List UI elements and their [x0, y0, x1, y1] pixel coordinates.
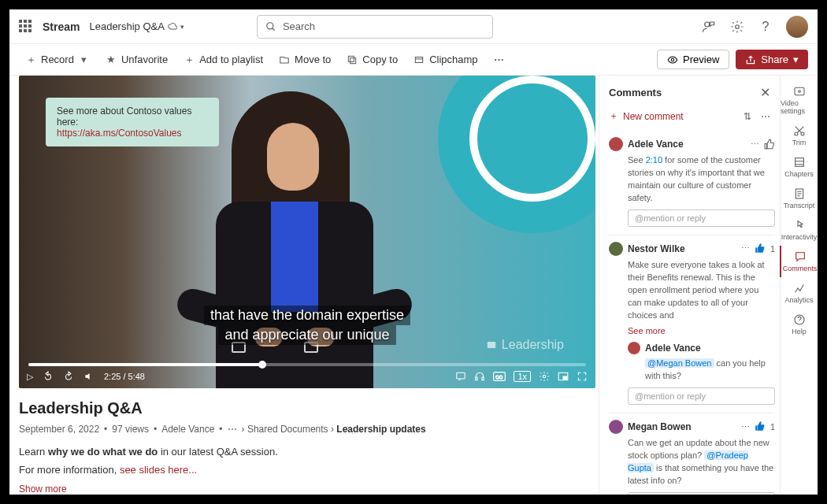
comments-toggle-icon[interactable] — [455, 371, 466, 382]
video-description: Learn why we do what we do in our latest… — [19, 446, 599, 458]
cc-icon[interactable]: CC — [493, 372, 506, 381]
help-icon[interactable]: ? — [758, 19, 773, 35]
preview-button[interactable]: Preview — [657, 50, 729, 69]
svg-rect-16 — [563, 376, 567, 380]
move-to-button[interactable]: Move to — [273, 50, 337, 69]
comment-body: Can we get an update about the new stock… — [628, 437, 775, 487]
like-count: 1 — [770, 422, 775, 432]
share-icon — [745, 54, 756, 65]
skip-back-icon[interactable] — [43, 371, 54, 382]
svg-rect-5 — [349, 56, 354, 61]
like-icon[interactable] — [755, 243, 766, 255]
headphones-icon[interactable] — [474, 371, 485, 382]
crumb-current[interactable]: Leadership updates — [336, 424, 425, 435]
closed-caption: that have the domain expertise and appre… — [204, 306, 410, 345]
user-avatar[interactable] — [786, 16, 808, 38]
search-input[interactable]: Search — [257, 15, 493, 39]
more-button[interactable]: ⋯ — [488, 50, 510, 69]
svg-point-2 — [705, 22, 710, 27]
volume-icon[interactable] — [83, 371, 95, 382]
more-icon[interactable]: ⋯ — [751, 139, 759, 150]
more-meta-icon[interactable]: ⋯ — [228, 424, 237, 435]
copy-icon — [347, 54, 358, 65]
share-button[interactable]: Share▾ — [736, 50, 808, 69]
video-controls: ▷ 2:25 / 5:48 CC 1x — [27, 368, 588, 385]
add-to-playlist-button[interactable]: ＋Add to playlist — [177, 50, 269, 69]
svg-point-14 — [543, 375, 546, 378]
cloud-sync-icon — [168, 22, 177, 32]
gear-icon[interactable] — [539, 371, 550, 382]
close-icon[interactable]: ✕ — [760, 85, 770, 100]
sort-icon[interactable]: ⇅ — [744, 111, 751, 122]
svg-point-7 — [671, 58, 674, 61]
video-player[interactable]: See more about Contoso values here: http… — [19, 76, 595, 388]
new-comment-button[interactable]: ＋New comment — [609, 109, 684, 123]
app-launcher-icon[interactable] — [19, 20, 33, 34]
more-icon[interactable]: ⋯ — [741, 243, 750, 254]
play-icon[interactable]: ▷ — [27, 372, 33, 382]
mention[interactable]: @Megan Bowen — [645, 358, 714, 368]
clipchamp-button[interactable]: Clipchamp — [407, 50, 484, 69]
view-count: 97 views — [112, 424, 149, 435]
svg-point-0 — [267, 22, 273, 28]
rail-video-settings[interactable]: Video settings — [781, 80, 818, 120]
comment-author: Megan Bowen — [628, 421, 692, 432]
reply-input[interactable]: @mention or reply — [628, 387, 775, 405]
rail-comments[interactable]: Comments — [780, 246, 817, 277]
unfavorite-button[interactable]: ★Unfavorite — [99, 50, 174, 69]
scrubber[interactable] — [28, 363, 586, 366]
callout-link[interactable]: https://aka.ms/ContosoValues — [57, 128, 182, 139]
rail-trim[interactable]: Trim — [781, 120, 818, 151]
person-feedback-icon[interactable] — [701, 19, 717, 35]
app-name: Stream — [43, 20, 80, 33]
svg-rect-18 — [755, 247, 757, 252]
slides-link[interactable]: see slides here... — [120, 464, 197, 476]
rail-transcript[interactable]: Transcript — [781, 183, 818, 214]
rail-analytics[interactable]: Analytics — [781, 277, 818, 309]
like-icon[interactable] — [764, 139, 775, 150]
comment-body: See 2:10 for some of the customer storie… — [628, 154, 775, 205]
more-icon[interactable]: ⋯ — [741, 422, 750, 432]
file-name-text: Leadership Q&A — [89, 20, 164, 32]
show-more-button[interactable]: Show more — [19, 484, 599, 495]
move-icon — [279, 54, 290, 65]
svg-rect-11 — [482, 377, 484, 380]
plus-icon: ＋ — [609, 109, 618, 123]
search-placeholder: Search — [283, 20, 315, 32]
reply-input[interactable]: @mention or reply — [628, 492, 775, 495]
eye-icon — [667, 54, 678, 65]
comment-item: Megan Bowen ⋯1 Can we get an update abou… — [609, 413, 775, 495]
timestamp-link[interactable]: 2:10 — [646, 155, 662, 165]
video-callout[interactable]: See more about Contoso values here: http… — [46, 98, 219, 146]
copy-to-button[interactable]: Copy to — [340, 50, 404, 69]
comment-item: Nestor Wilke ⋯1 Make sure everyone takes… — [609, 235, 775, 413]
reply-input[interactable]: @mention or reply — [628, 209, 775, 227]
speed-control[interactable]: 1x — [514, 371, 531, 382]
time-display: 2:25 / 5:48 — [104, 372, 145, 381]
rail-help[interactable]: Help — [781, 309, 818, 340]
video-description-2: For more information, see slides here... — [19, 464, 599, 476]
file-name[interactable]: Leadership Q&A ▾ — [89, 20, 184, 32]
fullscreen-icon[interactable] — [577, 371, 588, 382]
svg-point-22 — [798, 91, 800, 93]
comment-item: Adele Vance ⋯ See 2:10 for some of the c… — [609, 131, 775, 235]
reply-body: @Megan Bowen can you help with this? — [645, 358, 775, 383]
svg-line-1 — [273, 28, 275, 30]
pip-icon[interactable] — [558, 371, 569, 382]
avatar — [609, 420, 623, 434]
breadcrumb: › Shared Documents › Leadership updates — [242, 424, 426, 435]
more-icon[interactable]: ⋯ — [761, 111, 770, 122]
crumb-shared-docs[interactable]: Shared Documents — [247, 424, 328, 435]
rail-interactivity[interactable]: Interactivity — [781, 214, 818, 246]
plus-icon: ＋ — [184, 54, 195, 65]
see-more[interactable]: See more — [628, 326, 775, 335]
gear-icon[interactable] — [729, 19, 745, 35]
record-button[interactable]: ＋Record▾ — [19, 50, 96, 69]
svg-rect-25 — [795, 158, 803, 167]
callout-text: See more about Contoso values here: — [57, 106, 208, 128]
svg-rect-19 — [755, 426, 757, 431]
skip-forward-icon[interactable] — [63, 371, 74, 382]
rail-chapters[interactable]: Chapters — [781, 151, 818, 183]
like-icon[interactable] — [755, 421, 766, 433]
svg-rect-10 — [476, 377, 477, 380]
